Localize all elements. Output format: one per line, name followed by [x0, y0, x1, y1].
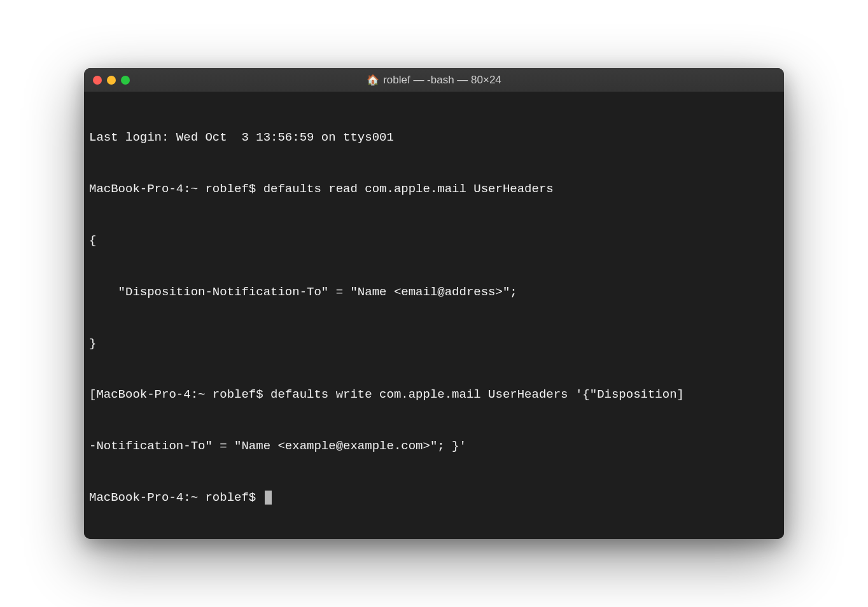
window-title: roblef — -bash — 80×24	[383, 74, 501, 87]
terminal-line: }	[89, 335, 779, 352]
close-button[interactable]	[93, 76, 102, 85]
cursor-icon	[265, 491, 272, 505]
terminal-prompt-line: MacBook-Pro-4:~ roblef$	[89, 489, 779, 506]
minimize-button[interactable]	[107, 76, 116, 85]
terminal-line: "Disposition-Notification-To" = "Name <e…	[89, 284, 779, 301]
home-icon: 🏠	[367, 75, 379, 85]
window-title-wrap: 🏠 roblef — -bash — 80×24	[84, 74, 784, 87]
terminal-line: [MacBook-Pro-4:~ roblef$ defaults write …	[89, 386, 779, 403]
terminal-body[interactable]: Last login: Wed Oct 3 13:56:59 on ttys00…	[84, 92, 784, 539]
terminal-prompt: MacBook-Pro-4:~ roblef$	[89, 491, 263, 505]
titlebar[interactable]: 🏠 roblef — -bash — 80×24	[84, 68, 784, 92]
terminal-line: Last login: Wed Oct 3 13:56:59 on ttys00…	[89, 129, 779, 146]
traffic-lights	[84, 76, 130, 85]
terminal-window: 🏠 roblef — -bash — 80×24 Last login: Wed…	[84, 68, 784, 539]
terminal-line: MacBook-Pro-4:~ roblef$ defaults read co…	[89, 181, 779, 198]
maximize-button[interactable]	[121, 76, 130, 85]
terminal-line: {	[89, 232, 779, 249]
terminal-line: -Notification-To" = "Name <example@examp…	[89, 438, 779, 455]
